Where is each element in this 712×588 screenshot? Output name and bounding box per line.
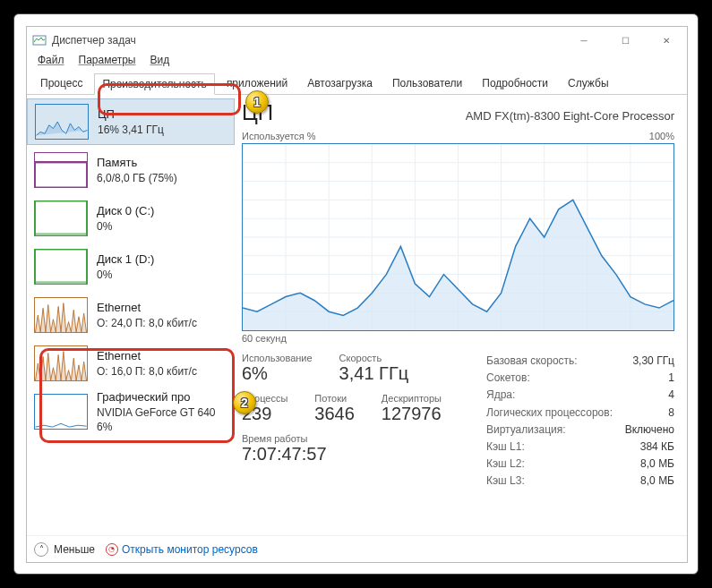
tab-performance[interactable]: Производительность — [94, 73, 214, 95]
uptime-label: Время работы — [242, 433, 468, 444]
graph-y-label: Используется % — [242, 131, 316, 141]
mem-thumb-icon — [34, 152, 88, 188]
info-key: Сокетов: — [486, 370, 530, 387]
window-title: Диспетчер задач — [52, 34, 136, 47]
svg-rect-1 — [36, 162, 87, 188]
cpu-usage-graph[interactable] — [242, 143, 674, 331]
info-key: Логических процессоров: — [486, 405, 613, 422]
sidebar-item-text: Память6,0/8,0 ГБ (75%) — [97, 155, 177, 185]
sidebar-item-sub: 0% — [97, 268, 154, 282]
disk-thumb-icon — [34, 249, 88, 285]
usage-label: Использование — [242, 353, 313, 363]
tab-services[interactable]: Службы — [560, 72, 616, 94]
info-row: Логических процессоров:8 — [486, 405, 674, 422]
disk-thumb-icon — [34, 200, 88, 236]
sidebar-item-sub: 0% — [97, 219, 154, 234]
sidebar-item-text: Диск 0 (C:)0% — [97, 203, 154, 234]
info-row: Ядра:4 — [486, 387, 674, 404]
sidebar-item-label: Диск 0 (C:) — [97, 203, 154, 219]
sidebar-item-0[interactable]: ЦП16% 3,41 ГГц — [27, 98, 235, 145]
info-key: Ядра: — [486, 387, 515, 404]
sidebar-item-sub: О: 24,0 П: 8,0 кбит/с — [97, 316, 197, 330]
uptime-value: 7:07:47:57 — [242, 444, 468, 464]
tabstrip: Процесс Производительность приложений Ав… — [27, 72, 687, 95]
info-key: Виртуализация: — [486, 422, 566, 439]
info-row: Кэш L3:8,0 МБ — [486, 473, 674, 490]
tab-details[interactable]: Подробности — [474, 72, 556, 94]
resmon-label: Открыть монитор ресурсов — [122, 543, 258, 556]
sidebar-item-2[interactable]: Диск 0 (C:)0% — [27, 195, 235, 242]
resource-monitor-icon: ◔ — [106, 543, 118, 556]
net-thumb-icon — [34, 297, 88, 333]
callout-badge-2: 2 — [233, 391, 256, 414]
speed-label: Скорость — [339, 353, 409, 363]
minimize-button[interactable]: ─ — [563, 27, 605, 54]
sidebar-item-label: Графический про — [97, 389, 216, 405]
close-button[interactable]: ✕ — [646, 27, 687, 54]
menubar: Файл Параметры Вид — [27, 54, 687, 72]
tab-processes[interactable]: Процесс — [32, 72, 90, 94]
info-value: 384 КБ — [640, 439, 674, 456]
sidebar-item-1[interactable]: Память6,0/8,0 ГБ (75%) — [27, 147, 235, 193]
info-value: 8,0 МБ — [640, 473, 674, 490]
sidebar-item-sub: NVIDIA GeForce GT 640 6% — [97, 405, 216, 434]
svg-rect-3 — [36, 201, 87, 235]
net-thumb-icon — [34, 345, 88, 381]
sidebar-item-text: EthernetО: 16,0 П: 8,0 кбит/с — [97, 348, 197, 379]
maximize-button[interactable]: ☐ — [605, 27, 646, 54]
info-value: 4 — [668, 387, 674, 404]
sidebar-item-3[interactable]: Диск 1 (D:)0% — [27, 243, 235, 290]
threads-label: Потоки — [314, 393, 355, 404]
info-row: Кэш L1:384 КБ — [486, 439, 674, 456]
sidebar-item-sub: 6,0/8,0 ГБ (75%) — [97, 171, 177, 185]
speed-value: 3,41 ГГц — [339, 363, 409, 384]
sidebar-item-text: ЦП16% 3,41 ГГц — [98, 107, 164, 137]
cpu-thumb-icon — [35, 104, 89, 140]
open-resource-monitor-link[interactable]: ◔ Открыть монитор ресурсов — [106, 543, 258, 556]
svg-rect-2 — [36, 162, 87, 164]
callout-badge-1: 1 — [245, 90, 269, 114]
sidebar-item-label: Ethernet — [97, 348, 197, 364]
sidebar-item-label: Диск 1 (D:) — [97, 251, 154, 268]
info-key: Кэш L3: — [486, 473, 525, 490]
app-icon — [32, 33, 47, 47]
sidebar-item-text: EthernetО: 24,0 П: 8,0 кбит/с — [97, 300, 197, 330]
gpu-thumb-icon — [34, 394, 88, 430]
menu-view[interactable]: Вид — [144, 54, 175, 72]
system-info: Базовая скорость:3,30 ГГцСокетов:1Ядра:4… — [486, 353, 674, 490]
menu-file[interactable]: Файл — [32, 54, 70, 72]
fewer-label: Меньше — [54, 543, 95, 556]
menu-options[interactable]: Параметры — [73, 54, 142, 72]
sidebar-item-6[interactable]: Графический проNVIDIA GeForce GT 640 6% — [27, 388, 235, 435]
threads-value: 3646 — [314, 404, 355, 424]
svg-rect-5 — [36, 250, 87, 284]
sidebar-item-label: Ethernet — [97, 300, 197, 316]
sidebar-item-text: Графический проNVIDIA GeForce GT 640 6% — [97, 389, 216, 434]
processor-name: AMD FX(tm)-8300 Eight-Core Processor — [466, 109, 674, 123]
fewer-details-button[interactable]: ˄ Меньше — [34, 542, 95, 557]
info-row: Сокетов:1 — [486, 370, 674, 387]
chevron-up-icon: ˄ — [34, 542, 48, 557]
sidebar-item-4[interactable]: EthernetО: 24,0 П: 8,0 кбит/с — [27, 292, 235, 338]
footer: ˄ Меньше ◔ Открыть монитор ресурсов — [27, 535, 687, 562]
info-key: Кэш L1: — [486, 439, 525, 456]
info-value: 8,0 МБ — [640, 456, 674, 473]
tab-startup[interactable]: Автозагрузка — [299, 72, 381, 94]
sidebar-item-sub: О: 16,0 П: 8,0 кбит/с — [97, 364, 197, 379]
info-value: 1 — [668, 370, 674, 387]
tab-users[interactable]: Пользователи — [384, 72, 470, 94]
info-row: Виртуализация:Включено — [486, 422, 674, 439]
graph-x-label: 60 секунд — [242, 333, 674, 344]
sidebar-item-label: Память — [97, 155, 177, 171]
info-key: Базовая скорость: — [486, 353, 578, 370]
main-panel: ЦП AMD FX(tm)-8300 Eight-Core Processor … — [235, 95, 687, 535]
handles-label: Дескрипторы — [382, 393, 442, 404]
info-value: 3,30 ГГц — [632, 353, 674, 370]
sidebar-item-label: ЦП — [98, 107, 164, 123]
graph-y-max: 100% — [649, 131, 674, 141]
info-row: Кэш L2:8,0 МБ — [486, 456, 674, 473]
sidebar-item-5[interactable]: EthernetО: 16,0 П: 8,0 кбит/с — [27, 340, 235, 387]
usage-value: 6% — [242, 363, 313, 384]
sidebar-item-sub: 16% 3,41 ГГц — [98, 123, 164, 137]
sidebar: ЦП16% 3,41 ГГцПамять6,0/8,0 ГБ (75%)Диск… — [27, 95, 235, 535]
